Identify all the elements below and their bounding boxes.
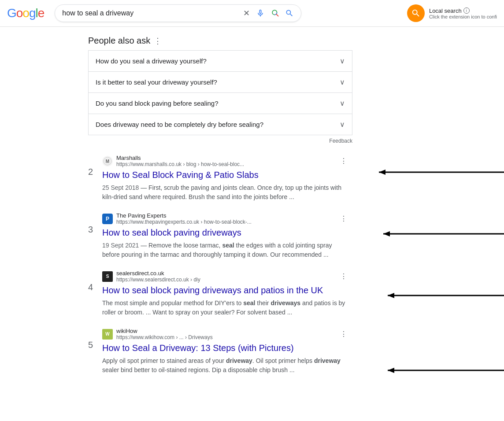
chevron-down-icon: ∨: [340, 57, 345, 65]
source-info: Marshalls https://www.marshalls.co.uk › …: [116, 155, 335, 167]
paa-item-3[interactable]: Do you sand block paving before sealing?…: [88, 92, 352, 114]
source-info: sealersdirect.co.uk https://www.sealersd…: [116, 270, 335, 283]
local-search-extension: Local search i Click the extension icon …: [407, 4, 497, 22]
result-number: 2: [88, 155, 97, 202]
result-number: 3: [88, 212, 97, 259]
svg-text:M: M: [106, 159, 109, 164]
more-options-icon[interactable]: ⋮: [338, 270, 349, 282]
result-source: P The Paving Experts https://www.thepavi…: [102, 212, 349, 225]
chevron-down-icon: ∨: [340, 78, 345, 86]
google-logo[interactable]: Google: [7, 6, 44, 20]
result-content: S sealersdirect.co.uk https://www.sealer…: [102, 270, 349, 317]
feedback-link[interactable]: Feedback: [88, 138, 352, 144]
favicon: P: [102, 214, 113, 224]
result-item-5: 5 W wikiHow https://www.wikihow.com › ..…: [88, 328, 397, 375]
result-title[interactable]: How to Seal Block Paving & Patio Slabs: [102, 169, 349, 181]
more-options-icon[interactable]: ⋮: [338, 328, 349, 340]
clear-icon: ✕: [243, 8, 250, 18]
result-snippet: 25 Sept 2018 — First, scrub the paving a…: [102, 183, 349, 202]
favicon: S: [102, 271, 113, 282]
chevron-down-icon: ∨: [340, 99, 345, 107]
voice-search-button[interactable]: [255, 8, 266, 18]
paa-header: People also ask ⋮: [88, 36, 352, 46]
more-options-icon[interactable]: ⋮: [338, 213, 349, 225]
extension-description: Click the extension icon to confi: [429, 14, 497, 19]
extension-icon[interactable]: [407, 4, 425, 22]
search-ext-icon: [411, 8, 421, 18]
info-icon: i: [463, 7, 470, 14]
lens-icon: [271, 9, 280, 18]
result-number: 4: [88, 270, 97, 317]
result-item-4: 4 S sealersdirect.co.uk https://www.seal…: [88, 270, 397, 317]
microphone-icon: [256, 9, 265, 18]
result-content: W wikiHow https://www.wikihow.com › ... …: [102, 328, 349, 375]
chevron-down-icon: ∨: [340, 120, 345, 129]
search-icon: [285, 9, 294, 18]
search-input[interactable]: [62, 9, 239, 17]
favicon: M: [102, 156, 113, 166]
svg-line-2: [276, 14, 278, 16]
result-snippet: 19 Sept 2021 — Remove the loose tarmac, …: [102, 241, 349, 259]
results-section: 2 M Marshalls https://www.marshalls.co.u…: [88, 155, 397, 375]
paa-item-4[interactable]: Does driveway need to be completely dry …: [88, 114, 352, 135]
result-title[interactable]: How to Seal a Driveway: 13 Steps (with P…: [102, 342, 349, 354]
result-content: M Marshalls https://www.marshalls.co.uk …: [102, 155, 349, 202]
marshalls-favicon: M: [103, 157, 112, 166]
result-item-3: 3 P The Paving Experts https://www.thepa…: [88, 212, 397, 259]
search-submit-button[interactable]: [285, 9, 294, 18]
result-snippet: The most simple and popular method for D…: [102, 299, 349, 317]
more-options-icon[interactable]: ⋮: [338, 155, 349, 167]
paa-item-1[interactable]: How do you seal a driveway yourself? ∨: [88, 50, 352, 71]
extension-title: Local search i: [429, 7, 497, 14]
extension-text: Local search i Click the extension icon …: [429, 7, 497, 19]
result-item-2: 2 M Marshalls https://www.marshalls.co.u…: [88, 155, 397, 202]
clear-button[interactable]: ✕: [242, 7, 251, 19]
search-icons: ✕: [242, 7, 294, 19]
result-source: S sealersdirect.co.uk https://www.sealer…: [102, 270, 349, 283]
favicon: W: [102, 329, 113, 340]
paa-menu-icon[interactable]: ⋮: [154, 36, 162, 46]
main-content: People also ask ⋮ How do you seal a driv…: [0, 27, 397, 394]
header: Google ✕: [0, 0, 504, 27]
result-title[interactable]: How to seal block paving driveways and p…: [102, 284, 349, 296]
result-snippet: Apply oil spot primer to stained areas o…: [102, 356, 349, 375]
result-number: 5: [88, 328, 97, 375]
paa-title: People also ask: [88, 36, 150, 46]
source-info: wikiHow https://www.wikihow.com › ... › …: [116, 328, 335, 340]
result-source: W wikiHow https://www.wikihow.com › ... …: [102, 328, 349, 340]
search-bar: ✕: [55, 4, 301, 22]
result-title[interactable]: How to seal block paving driveways: [102, 227, 349, 238]
source-info: The Paving Experts https://www.thepaving…: [116, 212, 335, 225]
paa-item-2[interactable]: Is it better to seal your driveway yours…: [88, 71, 352, 92]
lens-search-button[interactable]: [270, 8, 281, 18]
people-also-ask-section: People also ask ⋮ How do you seal a driv…: [88, 36, 352, 144]
result-source: M Marshalls https://www.marshalls.co.uk …: [102, 155, 349, 167]
result-content: P The Paving Experts https://www.thepavi…: [102, 212, 349, 259]
